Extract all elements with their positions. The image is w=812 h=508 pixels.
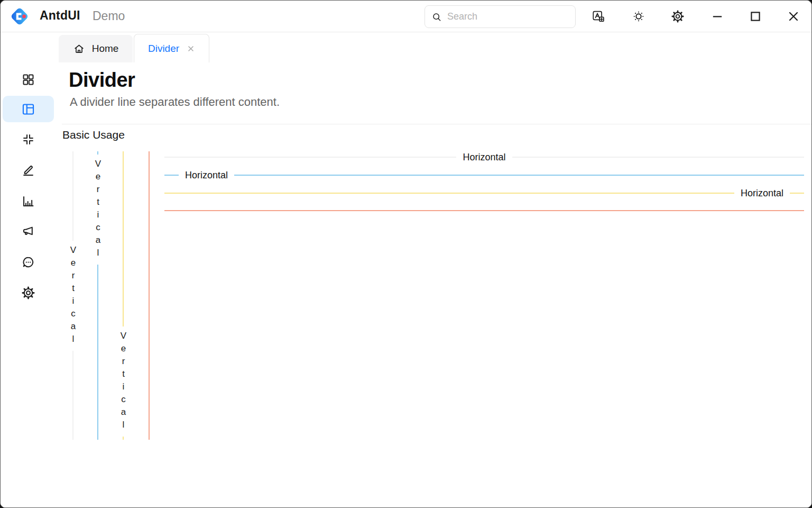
megaphone-icon	[21, 224, 35, 239]
vertical-divider-bottom-text: Vertical	[117, 151, 129, 440]
divider-line	[72, 351, 73, 440]
page-description: A divider line separates different conte…	[70, 95, 280, 109]
divider-line	[123, 151, 124, 326]
translate-button[interactable]	[587, 6, 610, 27]
page-title: Divider	[69, 69, 135, 92]
sidebar-item-message[interactable]	[17, 251, 39, 273]
main-content: Divider A divider line separates differe…	[56, 62, 811, 507]
horizontal-divider-plain	[164, 205, 804, 216]
sidebar-item-chart[interactable]	[17, 190, 39, 212]
divider-line	[149, 151, 150, 440]
titlebar: AntdUI Demo	[1, 1, 811, 32]
close-button[interactable]	[782, 6, 805, 27]
search-box[interactable]	[425, 5, 576, 28]
search-input[interactable]	[446, 11, 571, 23]
tab-home[interactable]: Home	[59, 35, 133, 62]
horizontal-divider-center-text: Horizontal	[164, 152, 804, 162]
settings-button[interactable]	[666, 6, 689, 27]
horizontal-dividers-zone: Horizontal Horizontal Horizontal	[164, 151, 804, 220]
maximize-button[interactable]	[744, 6, 767, 27]
sidebar	[1, 33, 56, 507]
divider-line	[123, 437, 124, 440]
message-icon	[21, 255, 35, 269]
maximize-icon	[748, 9, 763, 24]
divider-label: Horizontal	[185, 170, 228, 180]
shrink-icon	[21, 132, 35, 147]
divider-line	[72, 151, 73, 241]
tab-close-icon	[187, 44, 195, 53]
tab-divider-label: Divider	[148, 43, 179, 55]
app-window: AntdUI Demo	[0, 0, 812, 508]
sidebar-item-dashboard[interactable]	[17, 69, 39, 90]
home-icon	[73, 43, 85, 55]
vertical-divider-center-text: Vertical	[67, 151, 79, 440]
divider-label: Vertical	[68, 245, 78, 347]
header-divider-line	[62, 124, 811, 124]
divider-line	[97, 151, 98, 155]
dashboard-icon	[21, 72, 35, 87]
divider-line	[164, 210, 804, 211]
tab-close-button[interactable]	[187, 44, 195, 53]
divider-line	[164, 157, 456, 158]
product-subtitle: Demo	[93, 9, 125, 23]
sidebar-item-shrink[interactable]	[17, 129, 39, 150]
horizontal-divider-right-text: Horizontal	[164, 188, 804, 198]
divider-label: Horizontal	[741, 188, 783, 198]
section-title: Basic Usage	[62, 129, 125, 141]
horizontal-divider-left-text: Horizontal	[164, 170, 804, 180]
divider-line	[164, 193, 734, 194]
settings-icon	[21, 286, 35, 300]
brand-title: AntdUI	[40, 8, 80, 23]
antdui-logo-icon	[9, 6, 30, 27]
tab-home-label: Home	[92, 43, 119, 55]
divider-line	[790, 193, 804, 194]
divider-line	[512, 157, 804, 158]
divider-line	[97, 265, 98, 440]
sidebar-item-announcement[interactable]	[17, 221, 39, 242]
minimize-button[interactable]	[706, 6, 729, 27]
bar-chart-icon	[21, 194, 35, 208]
divider-label: Vertical	[93, 159, 103, 260]
edit-icon	[21, 163, 35, 177]
divider-line	[164, 175, 179, 176]
sidebar-item-layout[interactable]	[17, 98, 39, 120]
tab-divider[interactable]: Divider	[134, 34, 209, 62]
settings-icon	[671, 10, 685, 23]
brightness-button[interactable]	[627, 6, 650, 27]
minimize-icon	[710, 9, 725, 24]
divider-demo-area: Vertical Vertical Vertical Horizonta	[56, 151, 804, 440]
vertical-divider-plain	[143, 151, 155, 440]
divider-line	[234, 175, 804, 176]
search-icon	[431, 12, 442, 22]
divider-label: Vertical	[118, 331, 128, 432]
sidebar-item-edit[interactable]	[17, 159, 39, 180]
translate-icon	[592, 10, 605, 23]
layout-icon	[21, 102, 35, 116]
tab-bar: Home Divider	[56, 33, 811, 62]
divider-label: Horizontal	[463, 152, 505, 162]
brightness-icon	[632, 10, 645, 23]
sidebar-item-settings[interactable]	[17, 282, 39, 303]
vertical-divider-top-text: Vertical	[92, 151, 104, 440]
close-icon	[786, 9, 801, 24]
